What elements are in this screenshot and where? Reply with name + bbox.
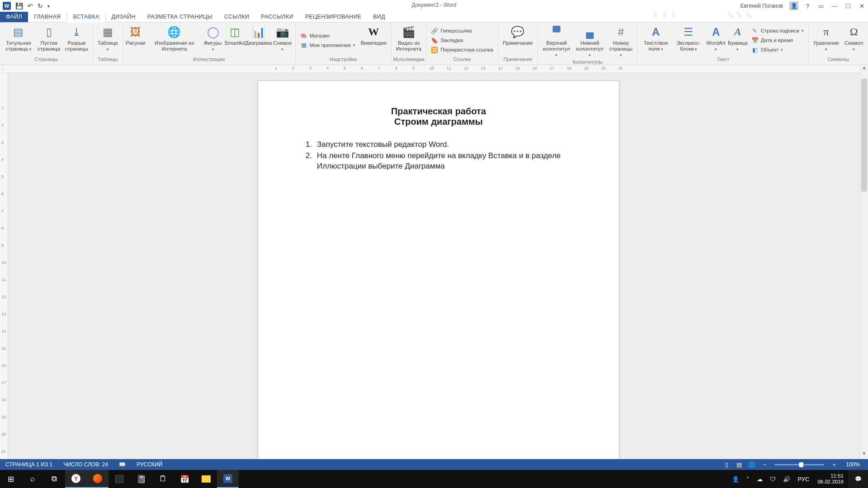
status-word-count[interactable]: ЧИСЛО СЛОВ: 24 bbox=[58, 461, 113, 468]
tab-view[interactable]: ВИД bbox=[367, 12, 391, 22]
tray-onedrive-icon[interactable]: ☁ bbox=[753, 476, 766, 483]
group-illustrations: 🖼Рисунки 🌐Изображения из Интернета ◯Фигу… bbox=[123, 23, 296, 65]
status-page[interactable]: СТРАНИЦА 1 ИЗ 1 bbox=[0, 461, 58, 468]
group-label-comments: Примечания bbox=[498, 56, 538, 65]
signed-in-user[interactable]: Евгений Поганов bbox=[741, 3, 783, 9]
equation-button[interactable]: πУравнение bbox=[811, 24, 841, 53]
taskbar-app-calculator[interactable] bbox=[108, 470, 130, 488]
header-button[interactable]: ▀Верхний колонтитул bbox=[541, 24, 573, 59]
tray-volume-icon[interactable]: 🔊 bbox=[779, 476, 794, 483]
tab-insert[interactable]: ВСТАВКА bbox=[66, 11, 105, 23]
hyperlink-button[interactable]: 🔗Гиперссылка bbox=[429, 27, 495, 35]
cover-page-button[interactable]: ▤Титульная страница bbox=[3, 24, 34, 53]
online-pictures-button[interactable]: 🌐Изображения из Интернета bbox=[147, 24, 201, 53]
object-button[interactable]: ◧Объект bbox=[750, 46, 806, 54]
doc-list-item-2[interactable]: На ленте Главного меню перейдите на вкла… bbox=[314, 151, 578, 172]
signature-line-button[interactable]: ✎Строка подписи bbox=[750, 27, 806, 35]
symbol-button[interactable]: ΩСимвол bbox=[842, 24, 865, 53]
table-button[interactable]: ▦Таблица bbox=[96, 24, 120, 53]
redo-icon[interactable]: ↻ bbox=[38, 2, 43, 9]
view-print-layout-icon[interactable]: ▤ bbox=[733, 461, 745, 468]
shapes-button[interactable]: ◯Фигуры bbox=[203, 24, 223, 53]
zoom-in-button[interactable]: + bbox=[828, 461, 840, 468]
close-button[interactable]: ✕ bbox=[857, 3, 866, 9]
tab-file[interactable]: ФАЙЛ bbox=[0, 12, 28, 22]
quick-parts-button[interactable]: ☰Экспресс-блоки bbox=[673, 24, 704, 53]
wordart-button[interactable]: AWordArt bbox=[706, 24, 726, 53]
save-icon[interactable]: 💾 bbox=[15, 2, 23, 9]
store-button[interactable]: 🛍Магазин bbox=[298, 32, 357, 40]
tab-design[interactable]: ДИЗАЙН bbox=[106, 12, 142, 22]
zoom-out-button[interactable]: − bbox=[758, 461, 771, 468]
document-page[interactable]: Практическая работа Строим диаграммы Зап… bbox=[258, 80, 619, 459]
undo-icon[interactable]: ↶ bbox=[28, 2, 33, 9]
my-apps-button[interactable]: ▦Мои приложения bbox=[298, 41, 357, 49]
title-bar: W 💾 ↶ ↻ ▾ Документ2 - Word Евгений Поган… bbox=[0, 0, 868, 12]
drop-cap-button[interactable]: AБуквица bbox=[728, 24, 748, 53]
view-web-layout-icon[interactable]: 🌐 bbox=[745, 461, 758, 468]
tab-mailings[interactable]: РАССЫЛКИ bbox=[255, 12, 299, 22]
smartart-button[interactable]: ◫SmartArt bbox=[225, 24, 245, 47]
comment-button[interactable]: 💬Примечание bbox=[501, 24, 535, 47]
search-button[interactable]: ⌕ bbox=[22, 470, 43, 488]
taskbar-app-word[interactable]: W bbox=[217, 470, 239, 488]
task-view-button[interactable]: ⧉ bbox=[43, 470, 65, 488]
chart-button[interactable]: 📊Диаграмма bbox=[246, 24, 270, 47]
scroll-thumb[interactable] bbox=[861, 79, 867, 192]
user-avatar-icon[interactable]: 👤 bbox=[789, 1, 798, 10]
tray-chevron-up-icon[interactable]: ˄ bbox=[743, 476, 753, 483]
taskbar-app-explorer[interactable] bbox=[195, 470, 217, 488]
page-break-button[interactable]: ⤓Разрыв страницы bbox=[63, 24, 90, 53]
doc-list-item-1[interactable]: Запустите текстовый редактор Word. bbox=[314, 140, 578, 150]
scroll-down-icon[interactable]: ▼ bbox=[860, 451, 868, 459]
tray-people-icon[interactable]: 👤 bbox=[728, 476, 743, 483]
status-language[interactable]: РУССКИЙ bbox=[131, 461, 168, 468]
zoom-slider[interactable] bbox=[774, 464, 824, 465]
cross-reference-button[interactable]: 🔀Перекрестная ссылка bbox=[429, 46, 495, 54]
tab-review[interactable]: РЕЦЕНЗИРОВАНИЕ bbox=[299, 12, 367, 22]
status-proofing-icon[interactable]: 📖 bbox=[113, 461, 131, 468]
start-button[interactable]: ⊞ bbox=[0, 470, 22, 488]
doc-heading-2[interactable]: Строим диаграммы bbox=[299, 117, 578, 127]
vertical-ruler[interactable]: 12345678910111213141516171819202122 bbox=[0, 73, 8, 459]
blank-page-button[interactable]: ▯Пустая страница bbox=[36, 24, 61, 53]
vertical-scrollbar[interactable]: ▲ ▼ bbox=[860, 65, 868, 459]
tab-references[interactable]: ССЫЛКИ bbox=[218, 12, 255, 22]
group-header-footer: ▀Верхний колонтитул ▄Нижний колонтитул #… bbox=[538, 23, 638, 65]
screenshot-button[interactable]: 📷Снимок bbox=[272, 24, 292, 53]
action-center-icon[interactable]: 💬 bbox=[848, 470, 868, 488]
taskbar-app-yandex[interactable]: Y bbox=[65, 470, 87, 488]
online-video-button[interactable]: 🎬Видео из Интернета bbox=[394, 24, 423, 53]
ribbon-options-icon[interactable]: ▭ bbox=[816, 3, 826, 9]
maximize-button[interactable]: ☐ bbox=[844, 3, 853, 9]
tab-home[interactable]: ГЛАВНАЯ bbox=[28, 12, 66, 22]
group-label-text: Текст bbox=[638, 56, 808, 65]
taskbar-app-firefox[interactable] bbox=[87, 470, 108, 488]
taskbar-app-calendar[interactable]: 📅 bbox=[174, 470, 195, 488]
tray-defender-icon[interactable]: 🛡 bbox=[766, 476, 779, 483]
tray-clock[interactable]: 11:51 06.02.2018 bbox=[813, 473, 848, 484]
horizontal-ruler[interactable]: ⌐ 123456789101112131415161718192021 bbox=[0, 65, 860, 73]
taskbar-app-generic-1[interactable]: 📓 bbox=[130, 470, 152, 488]
page-number-button[interactable]: #Номер страницы bbox=[607, 24, 635, 59]
quick-access-toolbar: W 💾 ↶ ↻ ▾ bbox=[0, 2, 50, 10]
bookmark-button[interactable]: 🔖Закладка bbox=[429, 36, 495, 44]
date-time-button[interactable]: 📅Дата и время bbox=[750, 36, 806, 44]
group-pages: ▤Титульная страница ▯Пустая страница ⤓Ра… bbox=[0, 23, 93, 65]
tray-language[interactable]: РУС bbox=[794, 476, 813, 483]
zoom-level[interactable]: 100% bbox=[840, 461, 868, 468]
help-icon[interactable]: ? bbox=[803, 3, 812, 9]
doc-heading-1[interactable]: Практическая работа bbox=[299, 106, 578, 117]
footer-button[interactable]: ▄Нижний колонтитул bbox=[574, 24, 605, 59]
text-box-button[interactable]: AТекстовое поле bbox=[641, 24, 671, 53]
minimize-button[interactable]: — bbox=[830, 3, 839, 9]
windows-taskbar: ⊞ ⌕ ⧉ Y 📓 🗒 📅 W 👤 ˄ ☁ 🛡 🔊 РУС 11:51 06.0… bbox=[0, 470, 868, 488]
customize-qat-icon[interactable]: ▾ bbox=[47, 4, 50, 9]
view-read-mode-icon[interactable]: ▯ bbox=[720, 461, 733, 468]
scroll-up-icon[interactable]: ▲ bbox=[860, 65, 868, 73]
taskbar-app-generic-2[interactable]: 🗒 bbox=[152, 470, 174, 488]
ribbon: ▤Титульная страница ▯Пустая страница ⤓Ра… bbox=[0, 23, 868, 65]
wikipedia-button[interactable]: WВикипедия bbox=[359, 24, 388, 47]
pictures-button[interactable]: 🖼Рисунки bbox=[126, 24, 146, 47]
tab-layout[interactable]: РАЗМЕТКА СТРАНИЦЫ bbox=[142, 12, 218, 22]
